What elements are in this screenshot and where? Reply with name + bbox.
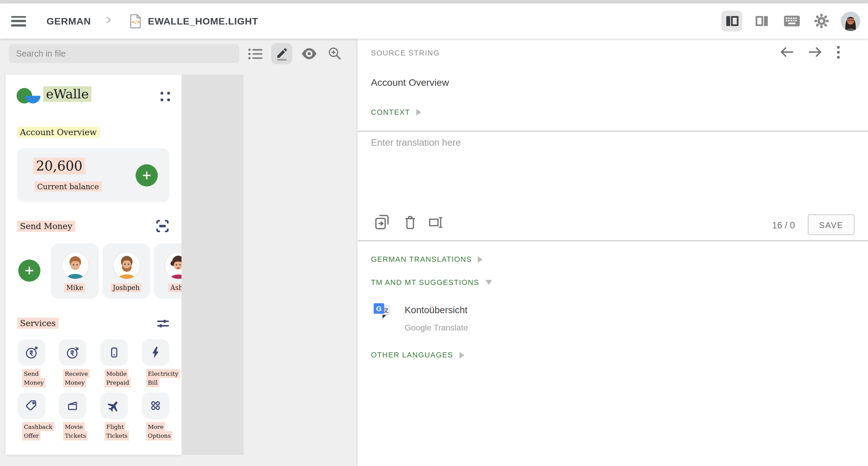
contact-avatar [61,252,89,279]
contact-avatar [113,252,141,279]
context-toggle[interactable]: CONTEXT [371,108,421,116]
balance-value[interactable]: 20,600 [33,158,85,174]
preview-letterbox [182,75,243,455]
arrow-left-icon [779,45,795,59]
service-label[interactable]: ReceiveMoney [63,369,90,387]
list-view-button[interactable] [245,43,266,64]
user-avatar[interactable] [841,11,860,31]
window-edge [0,0,868,3]
character-counter: 16 / 0 [772,220,795,231]
contact-card[interactable]: Ashl [154,243,182,299]
service-tile-more-options[interactable] [142,392,169,419]
preview-visibility-button[interactable] [298,43,319,64]
german-translations-toggle[interactable]: GERMAN TRANSLATIONS [371,255,483,263]
left-panel-toggle-button[interactable] [721,11,742,32]
top-bar: GERMAN </> EWALLE_HOME.LIGHT [0,3,868,39]
panel-left-icon [724,14,739,28]
panel-right-icon [754,14,769,28]
service-label[interactable]: MoreOptions [146,422,172,440]
chevron-right-icon [416,109,421,115]
copy-icon [374,213,390,230]
preview-app-name[interactable]: eWalle [43,87,92,101]
eye-icon [301,48,317,60]
gear-icon [814,13,830,29]
breadcrumb-chevron-icon [104,16,113,27]
copy-source-button[interactable] [374,213,390,232]
sliders-icon[interactable] [156,317,171,333]
service-label[interactable]: MovieTickets [63,422,88,440]
preview-panel: eWalle Account Overview 20,600 Current b… [0,39,357,466]
zoom-in-button[interactable] [325,43,346,64]
hamburger-menu-icon[interactable] [11,16,26,26]
svg-text:</>: </> [132,19,140,25]
translation-editor: SOURCE STRING Account Overview CONTEXT [358,39,868,466]
more-options-kebab-icon[interactable] [837,46,839,59]
suggestion-text[interactable]: Kontoübersicht [405,305,467,316]
service-tile-send-money[interactable] [18,339,45,366]
service-label[interactable]: ElectricityBill [146,369,180,387]
text-cursor-icon [428,215,445,229]
contact-card[interactable]: Joshpeh [102,243,150,299]
translation-area [371,137,847,204]
rename-key-button[interactable] [428,215,445,232]
keyboard-icon [783,14,800,28]
service-label[interactable]: SendMoney [22,369,45,387]
balance-label[interactable]: Current balance [34,182,102,191]
arrow-right-icon [807,45,823,59]
app-window: GERMAN </> EWALLE_HOME.LIGHT [0,0,868,466]
file-name: EWALLE_HOME.LIGHT [148,15,258,27]
preview-account-overview-string[interactable]: Account Overview [17,127,99,137]
list-icon [248,47,263,60]
service-tile-cashback-offer[interactable] [18,392,45,419]
expand-selection-icon[interactable] [155,219,170,236]
search-input[interactable] [9,44,239,63]
balance-add-button[interactable] [136,164,158,187]
preview-services-string[interactable]: Services [17,318,58,328]
divider [358,240,868,241]
preview-menu-dots-icon[interactable] [160,92,170,101]
service-tile-flight-tickets[interactable] [100,392,128,419]
right-panel-toggle-button[interactable] [751,11,772,32]
smartphone-icon [107,345,121,359]
zoom-in-icon [328,47,342,61]
next-string-button[interactable] [807,45,823,61]
google-translate-icon[interactable]: G [374,303,392,320]
save-button[interactable]: SAVE [808,214,855,235]
translation-input[interactable] [371,137,847,204]
service-label[interactable]: MobilePrepaid [105,369,131,387]
other-languages-toggle[interactable]: OTHER LANGUAGES [371,351,464,359]
edit-mode-button[interactable] [271,43,293,64]
divider [358,131,868,132]
preview-send-money-string[interactable]: Send Money [17,221,75,231]
grid-circles-icon [148,398,163,413]
service-tile-mobile-prepaid[interactable] [100,339,128,366]
service-tile-electricity-bill[interactable] [142,339,169,366]
service-label[interactable]: FlightTickets [105,422,129,440]
keyboard-shortcuts-button[interactable] [781,11,802,32]
service-tile-receive-money[interactable] [59,339,86,366]
file-chip[interactable]: </> EWALLE_HOME.LIGHT [130,14,258,29]
contact-name: Ashl [154,284,182,292]
rupee-down-icon [65,345,80,359]
pencil-icon [275,47,288,61]
tm-mt-suggestions-toggle[interactable]: TM AND MT SUGGESTIONS [371,278,492,287]
source-string-label: SOURCE STRING [371,49,440,57]
source-text: Account Overview [371,77,449,89]
code-file-icon: </> [130,14,142,29]
service-label[interactable]: CashbackOffer [22,422,54,440]
add-contact-button[interactable] [18,259,41,282]
contact-name: Mike [51,284,99,292]
contact-name: Joshpeh [102,284,150,292]
clapperboard-icon [65,398,80,413]
app-preview: eWalle Account Overview 20,600 Current b… [5,75,182,455]
balance-card: 20,600 Current balance [17,148,169,202]
chevron-right-icon [478,256,483,263]
contact-card[interactable]: Mike [51,243,99,299]
previous-string-button[interactable] [779,45,795,61]
delete-translation-button[interactable] [403,215,417,232]
breadcrumb-project[interactable]: GERMAN [47,15,91,27]
settings-button[interactable] [811,11,832,32]
service-tile-movie-tickets[interactable] [59,392,86,419]
plane-icon [107,398,121,413]
contact-avatar [164,252,182,279]
